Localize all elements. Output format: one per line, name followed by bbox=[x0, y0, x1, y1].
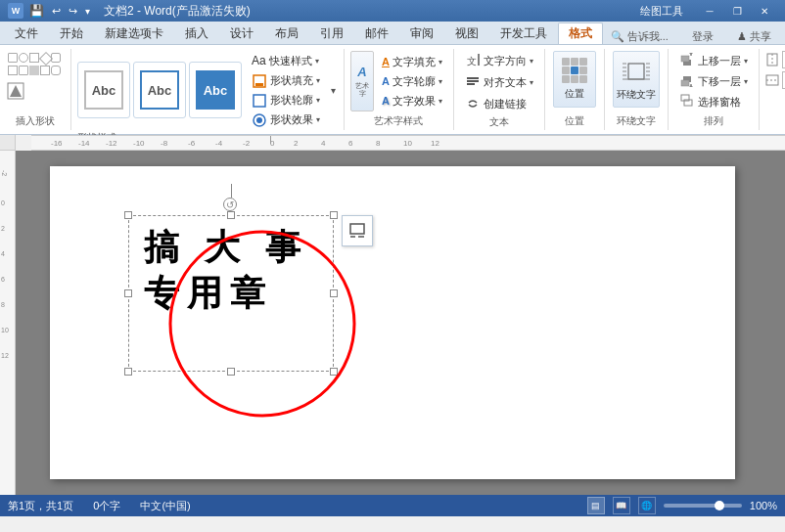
text-dir-arrow: ▾ bbox=[530, 57, 533, 66]
view-print-btn[interactable]: ▤ bbox=[587, 497, 605, 514]
text-outline-label: 文字轮廓 bbox=[392, 74, 436, 89]
text-fill-label: 文字填充 bbox=[392, 55, 436, 69]
stamp-circle-svg bbox=[165, 227, 359, 421]
svg-rect-9 bbox=[467, 77, 479, 79]
outline-btn[interactable]: 形状轮廓 ▾ bbox=[247, 91, 325, 110]
effect-icon bbox=[252, 112, 267, 128]
text-direction-btn[interactable]: 文 文字方向 ▾ bbox=[460, 51, 538, 70]
position-btn[interactable]: 位置 bbox=[553, 51, 596, 108]
rotate-handle[interactable]: ↺ bbox=[223, 184, 239, 200]
shape-style-btn-3[interactable]: Abc bbox=[189, 62, 242, 118]
quick-access-redo[interactable]: ↪ bbox=[69, 5, 77, 18]
align-text-btn[interactable]: 对齐文本 ▾ bbox=[460, 72, 538, 92]
group-surround-content: 环绕文字 bbox=[611, 51, 662, 112]
width-icon bbox=[765, 73, 779, 87]
text-effect-label: 文字效果 bbox=[392, 94, 436, 109]
quick-access-save[interactable]: 💾 bbox=[29, 4, 44, 18]
group-text-content: 文 文字方向 ▾ 对齐文本 ▾ 创建链接 bbox=[460, 51, 538, 113]
select-pane-label: 选择窗格 bbox=[698, 95, 741, 110]
select-pane-btn[interactable]: 选择窗格 bbox=[674, 92, 753, 111]
rotate-circle-handle[interactable]: ↺ bbox=[223, 198, 237, 211]
shape-style-preview-3: Abc bbox=[196, 70, 235, 110]
share-btn[interactable]: ♟ 共享 bbox=[731, 29, 777, 44]
shape-style-btn-1[interactable]: Abc bbox=[77, 62, 130, 118]
zoom-slider[interactable] bbox=[664, 504, 742, 508]
fill-btn[interactable]: 形状填充 ▾ bbox=[247, 71, 325, 90]
text-fill-icon: A bbox=[382, 56, 390, 67]
up-layer-btn[interactable]: 上移一层 ▾ bbox=[674, 51, 753, 70]
svg-marker-1 bbox=[10, 85, 22, 97]
quick-style-arrow: ▾ bbox=[315, 57, 319, 66]
tab-home[interactable]: 开始 bbox=[49, 22, 94, 44]
fill-label: 形状填充 bbox=[270, 73, 313, 88]
rotate-line bbox=[231, 184, 232, 198]
restore-button[interactable]: ❐ bbox=[724, 3, 750, 19]
down-layer-btn[interactable]: 下移一层 ▾ bbox=[674, 71, 753, 91]
shape-style-btn-2[interactable]: Abc bbox=[133, 62, 186, 118]
group-insert-shape-label: 插入形状 bbox=[6, 112, 65, 130]
group-surround: 环绕文字 环绕文字 bbox=[605, 49, 669, 130]
handle-tr[interactable] bbox=[330, 211, 338, 219]
create-link-btn[interactable]: 创建链接 bbox=[460, 94, 538, 113]
zoom-level: 100% bbox=[750, 500, 777, 511]
quick-style-btn[interactable]: Aa 快速样式 ▾ bbox=[247, 51, 325, 70]
group-art-text: A 艺术字 A 文字填充 ▾ A 文字轮廓 ▾ A bbox=[345, 49, 454, 130]
effect-arrow: ▾ bbox=[316, 115, 320, 124]
tab-view[interactable]: 视图 bbox=[444, 22, 489, 44]
ruler-row: -16 -14 -12 -10 -8 -6 -4 -2 0 2 4 6 8 10… bbox=[0, 135, 785, 151]
tab-design[interactable]: 设计 bbox=[219, 22, 264, 44]
text-outline-icon: A bbox=[382, 75, 390, 87]
surround-text-btn[interactable]: 环绕文字 bbox=[613, 51, 660, 108]
tab-file[interactable]: 文件 bbox=[4, 22, 49, 44]
minimize-button[interactable]: ─ bbox=[697, 3, 722, 19]
quick-access-customize[interactable]: ▾ bbox=[85, 6, 90, 17]
page-info: 第1页，共1页 bbox=[8, 499, 73, 513]
group-position-content: 位置 bbox=[551, 51, 598, 112]
position-grid-icon bbox=[562, 58, 587, 83]
vertical-ruler: -2 0 2 4 6 8 10 12 bbox=[0, 151, 16, 495]
tab-format[interactable]: 格式 bbox=[558, 22, 603, 44]
handle-bl[interactable] bbox=[124, 368, 132, 376]
position-label: 位置 bbox=[565, 87, 584, 101]
group-position-label: 位置 bbox=[551, 112, 598, 130]
group-surround-label: 环绕文字 bbox=[611, 112, 662, 130]
group-arrange: 上移一层 ▾ 下移一层 ▾ 选择窗格 排列 bbox=[669, 49, 760, 130]
view-web-btn[interactable]: 🌐 bbox=[638, 497, 656, 514]
handle-tl[interactable] bbox=[124, 211, 132, 219]
login-btn[interactable]: 登录 bbox=[686, 29, 719, 44]
word-icon: W bbox=[8, 3, 23, 19]
art-text-style-icon: A bbox=[357, 65, 366, 79]
tab-review[interactable]: 审阅 bbox=[399, 22, 444, 44]
fill-arrow: ▾ bbox=[316, 76, 320, 85]
view-read-btn[interactable]: 📖 bbox=[613, 497, 630, 514]
surround-label: 环绕文字 bbox=[617, 88, 656, 102]
tab-insert[interactable]: 插入 bbox=[174, 22, 219, 44]
svg-marker-29 bbox=[689, 85, 693, 87]
outline-arrow: ▾ bbox=[316, 96, 320, 105]
stamp-circle-container[interactable] bbox=[165, 227, 359, 421]
text-fill-btn[interactable]: A 文字填充 ▾ bbox=[377, 53, 447, 71]
effect-btn[interactable]: 形状效果 ▾ bbox=[247, 111, 325, 129]
close-button[interactable]: ✕ bbox=[752, 3, 777, 19]
title-bar-left: W 💾 ↩ ↪ ▾ 文档2 - Word(产品激活失败) bbox=[8, 3, 251, 20]
tell-me-btn[interactable]: 🔍 告诉我... bbox=[605, 29, 674, 44]
svg-rect-3 bbox=[255, 83, 263, 86]
tab-developer[interactable]: 开发工具 bbox=[489, 22, 558, 44]
quick-access-undo[interactable]: ↩ bbox=[52, 5, 61, 18]
tab-newtab[interactable]: 新建选项卡 bbox=[94, 22, 174, 44]
create-link-icon bbox=[465, 95, 481, 112]
tab-mailings[interactable]: 邮件 bbox=[354, 22, 399, 44]
handle-tc[interactable] bbox=[227, 211, 235, 219]
tab-references[interactable]: 引用 bbox=[309, 22, 354, 44]
align-text-arrow: ▾ bbox=[530, 78, 533, 87]
tab-layout[interactable]: 布局 bbox=[264, 22, 309, 44]
text-outline-btn[interactable]: A 文字轮廓 ▾ bbox=[377, 72, 447, 91]
shape-style-expand[interactable]: ▾ bbox=[331, 85, 336, 96]
down-layer-label: 下移一层 bbox=[698, 74, 741, 89]
svg-point-39 bbox=[170, 232, 354, 416]
svg-text:文: 文 bbox=[467, 56, 477, 66]
handle-ml[interactable] bbox=[124, 289, 132, 297]
surround-text-icon bbox=[621, 58, 652, 85]
group-text-label: 文本 bbox=[460, 113, 538, 131]
text-effect-btn[interactable]: A 文字效果 ▾ bbox=[377, 92, 447, 111]
